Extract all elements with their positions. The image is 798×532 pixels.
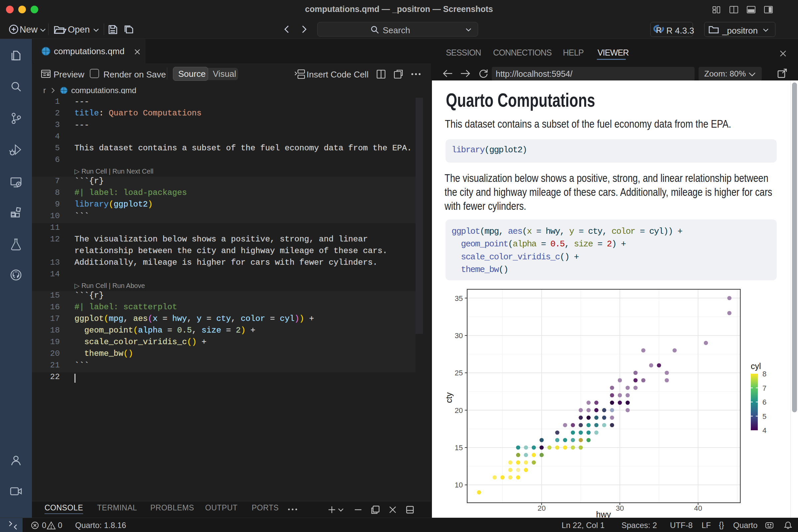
svg-text:7: 7 [762,384,766,392]
svg-text:40: 40 [694,504,702,512]
svg-text:6: 6 [762,398,766,406]
svg-text:30: 30 [616,504,624,512]
svg-text:8: 8 [762,370,766,378]
svg-text:15: 15 [455,443,463,452]
svg-text:cyl: cyl [751,361,761,371]
svg-text:30: 30 [455,331,463,340]
svg-text:4: 4 [762,426,766,435]
svg-text:R: R [656,25,662,35]
svg-text:cty: cty [444,392,454,403]
svg-text:25: 25 [455,369,463,377]
svg-text:hwy: hwy [596,510,611,518]
svg-text:35: 35 [455,294,463,303]
svg-text:20: 20 [538,504,546,512]
svg-text:10: 10 [455,481,463,489]
svg-text:20: 20 [455,406,463,415]
svg-text:5: 5 [762,412,766,421]
